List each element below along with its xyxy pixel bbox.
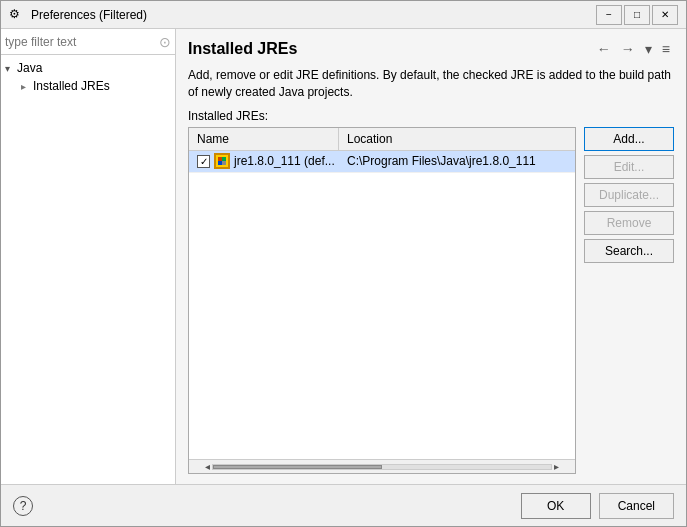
tree-arrow-installed-jres: ▸ bbox=[21, 81, 33, 92]
tree-label-java: Java bbox=[17, 61, 42, 75]
scroll-thumb[interactable] bbox=[213, 465, 382, 469]
back-icon: ← bbox=[597, 41, 611, 57]
maximize-button[interactable]: □ bbox=[624, 5, 650, 25]
panel-description: Add, remove or edit JRE definitions. By … bbox=[188, 67, 674, 101]
help-button[interactable]: ? bbox=[13, 496, 33, 516]
table-body[interactable]: jre1.8.0_111 (def... C:\Program Files\Ja… bbox=[189, 151, 575, 459]
ok-button[interactable]: OK bbox=[521, 493, 591, 519]
table-header: Name Location bbox=[189, 128, 575, 151]
edit-button[interactable]: Edit... bbox=[584, 155, 674, 179]
window-title: Preferences (Filtered) bbox=[31, 8, 596, 22]
column-location: Location bbox=[339, 128, 575, 150]
jre-name: jre1.8.0_111 (def... bbox=[234, 154, 335, 168]
cell-location: C:\Program Files\Java\jre1.8.0_111 bbox=[339, 152, 575, 170]
minimize-button[interactable]: − bbox=[596, 5, 622, 25]
horizontal-scrollbar[interactable]: ◂ ▸ bbox=[189, 459, 575, 473]
cancel-button[interactable]: Cancel bbox=[599, 493, 674, 519]
column-name: Name bbox=[189, 128, 339, 150]
back-button[interactable]: ← bbox=[593, 39, 615, 59]
installed-jres-label: Installed JREs: bbox=[188, 109, 674, 123]
tree-arrow-java: ▾ bbox=[5, 63, 17, 74]
remove-button[interactable]: Remove bbox=[584, 211, 674, 235]
forward-button[interactable]: → bbox=[617, 39, 639, 59]
jre-icon bbox=[214, 153, 230, 169]
chevron-down-icon: ▾ bbox=[645, 41, 652, 57]
filter-box: ⊙ bbox=[1, 29, 175, 55]
panel-toolbar: ← → ▾ ≡ bbox=[593, 39, 674, 59]
right-panel: Installed JREs ← → ▾ ≡ Add, remove or ed… bbox=[176, 29, 686, 484]
panel-header: Installed JREs ← → ▾ ≡ bbox=[188, 39, 674, 59]
table-container: Name Location bbox=[188, 127, 674, 474]
tree-item-java[interactable]: ▾ Java bbox=[1, 59, 175, 77]
svg-rect-2 bbox=[218, 157, 222, 161]
scroll-track[interactable] bbox=[212, 464, 552, 470]
menu-button[interactable]: ≡ bbox=[658, 39, 674, 59]
jre-checkbox[interactable] bbox=[197, 155, 210, 168]
dialog-buttons: OK Cancel bbox=[521, 493, 674, 519]
tree-item-installed-jres[interactable]: ▸ Installed JREs bbox=[1, 77, 175, 95]
svg-rect-3 bbox=[222, 157, 226, 161]
scroll-right-icon[interactable]: ▸ bbox=[554, 461, 559, 472]
filter-input[interactable] bbox=[5, 35, 159, 49]
forward-icon: → bbox=[621, 41, 635, 57]
close-button[interactable]: ✕ bbox=[652, 5, 678, 25]
sidebar: ⊙ ▾ Java ▸ Installed JREs bbox=[1, 29, 176, 484]
duplicate-button[interactable]: Duplicate... bbox=[584, 183, 674, 207]
cell-name: jre1.8.0_111 (def... bbox=[189, 151, 339, 171]
action-buttons: Add... Edit... Duplicate... Remove Searc… bbox=[584, 127, 674, 474]
svg-rect-5 bbox=[222, 161, 226, 165]
menu-icon: ≡ bbox=[662, 41, 670, 57]
window-controls: − □ ✕ bbox=[596, 5, 678, 25]
search-button[interactable]: Search... bbox=[584, 239, 674, 263]
filter-clear-icon[interactable]: ⊙ bbox=[159, 35, 171, 49]
title-bar: ⚙ Preferences (Filtered) − □ ✕ bbox=[1, 1, 686, 29]
scroll-left-icon[interactable]: ◂ bbox=[205, 461, 210, 472]
dropdown-button[interactable]: ▾ bbox=[641, 39, 656, 59]
tree-label-installed-jres: Installed JREs bbox=[33, 79, 110, 93]
svg-rect-4 bbox=[218, 161, 222, 165]
add-button[interactable]: Add... bbox=[584, 127, 674, 151]
bottom-bar: ? OK Cancel bbox=[1, 484, 686, 526]
panel-title: Installed JREs bbox=[188, 40, 297, 58]
jre-table: Name Location bbox=[188, 127, 576, 474]
main-area: ⊙ ▾ Java ▸ Installed JREs Installed JREs… bbox=[1, 29, 686, 484]
window-icon: ⚙ bbox=[9, 7, 25, 23]
tree-area: ▾ Java ▸ Installed JREs bbox=[1, 55, 175, 484]
table-row[interactable]: jre1.8.0_111 (def... C:\Program Files\Ja… bbox=[189, 151, 575, 173]
